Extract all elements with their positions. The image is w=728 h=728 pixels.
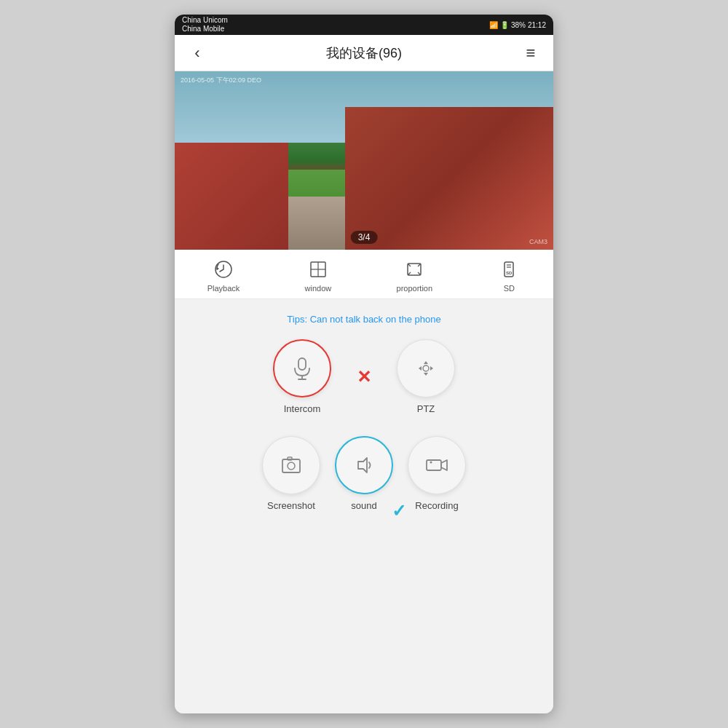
camera-feed: 2016-05-05 下午02:09 DEO 3/4 CAM3 xyxy=(175,71,553,250)
recording-circle[interactable] xyxy=(408,436,466,494)
screenshot-circle[interactable] xyxy=(262,436,320,494)
sd-label: SD xyxy=(504,284,515,293)
playback-label: Playback xyxy=(207,284,240,293)
controls-row-2: Screenshot sound ✓ xyxy=(262,436,466,511)
main-content: Tips: Can not talk back on the phone Int… xyxy=(175,299,553,713)
window-label: window xyxy=(305,284,332,293)
tips-text: Tips: Can not talk back on the phone xyxy=(287,314,440,325)
page-title: 我的设备(96) xyxy=(326,44,402,62)
recording-button[interactable]: Recording xyxy=(408,436,466,511)
battery-icon: 🔋 xyxy=(500,21,509,29)
carrier1: China Unicom xyxy=(182,16,228,25)
battery-level: 38% xyxy=(511,21,526,29)
svg-marker-16 xyxy=(358,458,367,472)
intercom-circle[interactable] xyxy=(273,339,331,397)
ptz-circle[interactable] xyxy=(397,339,455,397)
svg-rect-17 xyxy=(427,460,441,470)
screenshot-icon xyxy=(278,452,304,478)
intercom-button[interactable]: Intercom xyxy=(273,339,331,414)
svg-rect-13 xyxy=(282,459,300,472)
ptz-button[interactable]: PTZ xyxy=(397,339,455,414)
window-icon xyxy=(306,258,330,281)
microphone-icon xyxy=(289,355,315,381)
x-marker: ✕ xyxy=(357,367,371,387)
ptz-label: PTZ xyxy=(417,403,435,414)
svg-point-18 xyxy=(430,462,432,464)
svg-text:SD: SD xyxy=(506,271,513,275)
back-button[interactable]: ‹ xyxy=(186,44,208,63)
time: 21:12 xyxy=(528,21,546,29)
cam-label: CAM3 xyxy=(529,238,547,245)
camera-timestamp: 2016-05-05 下午02:09 DEO xyxy=(181,76,261,85)
proportion-button[interactable]: proportion xyxy=(397,258,433,293)
sd-icon: SD xyxy=(497,258,521,281)
playback-icon xyxy=(212,258,235,281)
toolbar: Playback window xyxy=(175,250,553,299)
building-right xyxy=(345,107,553,250)
sound-circle[interactable] xyxy=(335,436,393,494)
sound-label: sound xyxy=(351,500,376,511)
sound-button[interactable]: sound ✓ xyxy=(335,436,393,511)
svg-point-12 xyxy=(423,365,429,371)
controls-row-1: Intercom ✕ PTZ xyxy=(273,339,455,414)
ptz-icon xyxy=(413,355,439,381)
recording-label: Recording xyxy=(415,500,458,511)
checkmark-indicator: ✓ xyxy=(392,501,406,521)
header: ‹ 我的设备(96) ≡ xyxy=(175,35,553,71)
svg-rect-15 xyxy=(288,457,292,460)
playback-button[interactable]: Playback xyxy=(207,258,240,293)
screenshot-button[interactable]: Screenshot xyxy=(262,436,320,511)
svg-rect-9 xyxy=(298,358,306,370)
carrier2: China Mobile xyxy=(182,25,228,33)
proportion-icon xyxy=(403,258,426,281)
sound-icon xyxy=(351,452,377,478)
carrier-info: China Unicom China Mobile xyxy=(182,16,228,33)
page-indicator: 3/4 xyxy=(351,231,378,244)
menu-button[interactable]: ≡ xyxy=(520,44,542,63)
window-button[interactable]: window xyxy=(305,258,332,293)
recording-icon xyxy=(424,452,450,478)
phone-wrapper: China Unicom China Mobile 📶 🔋 38% 21:12 … xyxy=(175,15,553,713)
intercom-label: Intercom xyxy=(284,403,321,414)
building-left xyxy=(175,143,288,250)
status-right: 📶 🔋 38% 21:12 xyxy=(489,21,546,29)
sd-button[interactable]: SD SD xyxy=(497,258,521,293)
proportion-label: proportion xyxy=(397,284,433,293)
svg-point-14 xyxy=(288,462,295,470)
screenshot-label: Screenshot xyxy=(267,500,315,511)
status-bar: China Unicom China Mobile 📶 🔋 38% 21:12 xyxy=(175,15,553,35)
signal-icon: 📶 xyxy=(489,21,498,29)
